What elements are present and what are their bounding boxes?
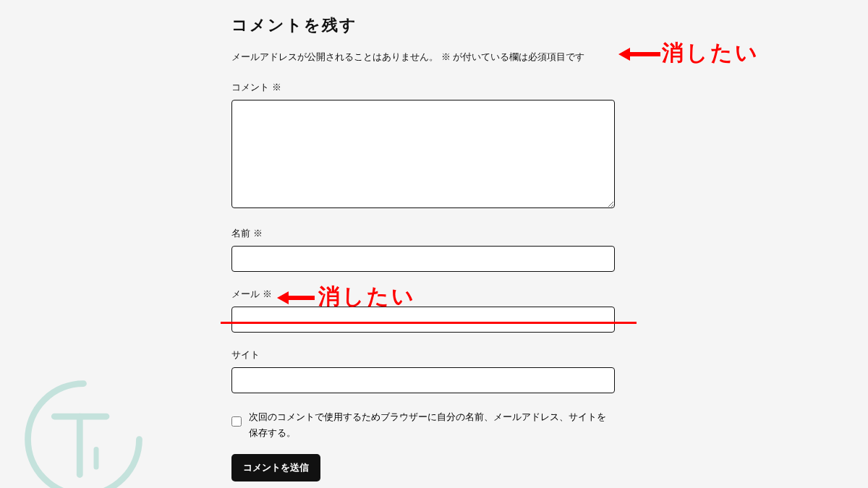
svg-marker-1: [618, 48, 630, 61]
comment-label: コメント ※: [231, 81, 615, 94]
annotation-delete-1: 消したい: [662, 38, 760, 68]
name-label: 名前 ※: [231, 227, 615, 240]
consent-label: 次回のコメントで使用するためブラウザーに自分の名前、メールアドレス、サイトを保存…: [249, 409, 615, 441]
form-note: メールアドレスが公開されることはありません。 ※ が付いている欄は必須項目です: [231, 49, 615, 65]
comment-textarea[interactable]: [231, 100, 615, 208]
consent-checkbox[interactable]: [231, 416, 242, 427]
email-label: メール ※: [231, 288, 615, 301]
annotation-underline: [221, 322, 637, 324]
email-input[interactable]: [231, 307, 615, 333]
site-label: サイト: [231, 348, 615, 361]
consent-row: 次回のコメントで使用するためブラウザーに自分の名前、メールアドレス、サイトを保存…: [231, 409, 615, 441]
name-input[interactable]: [231, 246, 615, 272]
watermark-logo: [20, 376, 147, 488]
comment-form: コメントを残す メールアドレスが公開されることはありません。 ※ が付いている欄…: [231, 14, 615, 481]
arrow-left-icon: [618, 46, 660, 66]
form-title: コメントを残す: [231, 14, 615, 36]
site-input[interactable]: [231, 367, 615, 393]
submit-button[interactable]: コメントを送信: [231, 454, 320, 481]
